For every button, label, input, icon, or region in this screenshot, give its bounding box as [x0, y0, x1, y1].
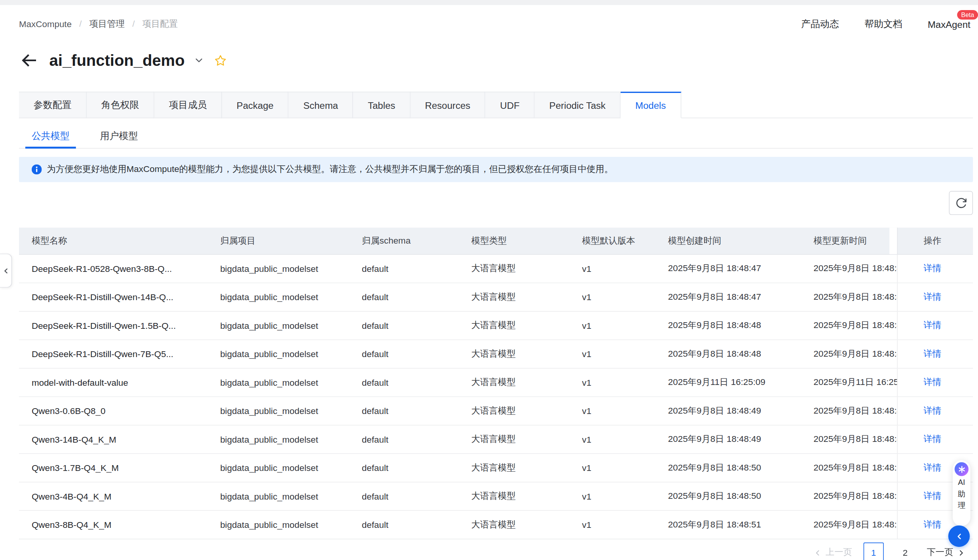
cell-schema: default	[362, 283, 471, 311]
cell-created-time: 2025年9月11日 16:25:09	[668, 369, 813, 397]
detail-link[interactable]: 详情	[924, 405, 942, 416]
cell-actions: 详情	[897, 283, 973, 311]
table-row: Qwen3-4B-Q4_K_M bigdata_public_modelset …	[19, 483, 973, 511]
column-header: 模型名称	[19, 228, 220, 254]
prev-page-button[interactable]: 上一页	[814, 547, 852, 558]
cell-updated-time: 2025年9月11日 16:25:09	[814, 369, 897, 397]
tab[interactable]: 参数配置	[19, 92, 87, 119]
cell-project: bigdata_public_modelset	[220, 511, 362, 539]
column-header-label: 模型名称	[32, 235, 67, 246]
cell-default-version: v1	[582, 454, 668, 482]
nav-product-updates[interactable]: 产品动态	[801, 18, 839, 30]
ai-assistant-button[interactable]: AI 助 理	[953, 460, 971, 526]
refresh-button[interactable]	[949, 191, 973, 215]
cell-default-version: v1	[582, 483, 668, 510]
column-header: 模型创建时间	[668, 228, 813, 254]
detail-link[interactable]: 详情	[924, 491, 942, 502]
tab[interactable]: Package	[222, 92, 289, 119]
next-page-button[interactable]: 下一页	[927, 547, 966, 558]
subtab-label: 公共模型	[32, 130, 70, 141]
column-header-label: 归属项目	[220, 235, 255, 246]
nav-help-docs[interactable]: 帮助文档	[864, 18, 902, 30]
column-header: 归属项目	[220, 228, 362, 254]
cell-updated-time: 2025年9月8日 18:48:48	[814, 312, 897, 340]
column-header: 操作	[897, 228, 973, 254]
cell-created-time: 2025年9月8日 18:48:47	[668, 255, 813, 283]
tab-label: Periodic Task	[549, 100, 606, 110]
breadcrumb-item[interactable]: 项目管理	[72, 18, 125, 29]
subtab[interactable]: 用户模型	[94, 125, 145, 148]
table-body: DeepSeek-R1-0528-Qwen3-8B-Q... bigdata_p…	[19, 255, 973, 539]
detail-link[interactable]: 详情	[924, 462, 942, 473]
cell-created-time: 2025年9月8日 18:48:51	[668, 511, 813, 539]
page-number-button[interactable]: 2	[895, 543, 915, 560]
table-header: 模型名称归属项目归属schema模型类型模型默认版本模型创建时间模型更新时间操作	[19, 228, 973, 255]
page-number-button[interactable]: 1	[863, 543, 883, 560]
ai-assistant-icon	[955, 462, 969, 476]
tab[interactable]: 角色权限	[87, 92, 155, 119]
tab[interactable]: Tables	[353, 92, 411, 119]
detail-link[interactable]: 详情	[924, 292, 942, 303]
cell-project: bigdata_public_modelset	[220, 255, 362, 283]
cell-model-type: 大语言模型	[471, 454, 582, 482]
chevron-down-icon[interactable]	[194, 55, 203, 65]
cell-updated-time: 2025年9月8日 18:48:50	[814, 454, 897, 482]
nav-max-agent[interactable]: MaxAgent Beta	[928, 19, 970, 30]
cell-model-type: 大语言模型	[471, 255, 582, 283]
tab-label: Models	[635, 100, 666, 111]
table-row: DeepSeek-R1-Distill-Qwen-14B-Q... bigdat…	[19, 283, 973, 311]
cell-default-version: v1	[582, 369, 668, 397]
cell-model-name: DeepSeek-R1-0528-Qwen3-8B-Q...	[19, 255, 220, 283]
cell-schema: default	[362, 312, 471, 340]
assistant-collapse-button[interactable]	[948, 526, 970, 547]
tab[interactable]: Resources	[410, 92, 486, 119]
cell-schema: default	[362, 454, 471, 482]
column-header-label: 模型更新时间	[814, 235, 867, 246]
table-row: model-with-default-value bigdata_public_…	[19, 369, 973, 397]
tab[interactable]: Models	[621, 92, 681, 119]
favorite-star-icon[interactable]	[214, 54, 226, 66]
pagination: 上一页 12 下一页	[814, 543, 966, 560]
cell-default-version: v1	[582, 312, 668, 340]
cell-created-time: 2025年9月8日 18:48:48	[668, 340, 813, 368]
detail-link[interactable]: 详情	[924, 263, 942, 274]
tab[interactable]: Periodic Task	[535, 92, 621, 119]
subtab-label: 用户模型	[100, 130, 138, 141]
back-button[interactable]	[19, 51, 38, 70]
cell-model-name: DeepSeek-R1-Distill-Qwen-7B-Q5...	[19, 340, 220, 368]
cell-created-time: 2025年9月8日 18:48:48	[668, 312, 813, 340]
detail-link[interactable]: 详情	[924, 349, 942, 360]
tab-label: UDF	[500, 100, 520, 110]
detail-link[interactable]: 详情	[924, 377, 942, 388]
cell-default-version: v1	[582, 397, 668, 425]
nav-max-agent-label: MaxAgent	[928, 19, 970, 30]
cell-project: bigdata_public_modelset	[220, 426, 362, 453]
column-header: 模型类型	[471, 228, 582, 254]
breadcrumb-item[interactable]: MaxCompute	[19, 19, 72, 29]
table-row: DeepSeek-R1-Distill-Qwen-1.5B-Q... bigda…	[19, 312, 973, 340]
detail-link[interactable]: 详情	[924, 320, 942, 331]
cell-default-version: v1	[582, 340, 668, 368]
tab[interactable]: UDF	[486, 92, 535, 119]
tab-label: 参数配置	[34, 99, 72, 111]
cell-schema: default	[362, 369, 471, 397]
column-header-label: 归属schema	[362, 235, 411, 246]
detail-link[interactable]: 详情	[924, 519, 942, 530]
column-header: 归属schema	[362, 228, 471, 254]
breadcrumb-item[interactable]: 项目配置	[125, 18, 178, 29]
breadcrumb: MaxCompute项目管理项目配置	[19, 18, 178, 29]
top-nav: 产品动态 帮助文档 MaxAgent Beta	[776, 18, 970, 30]
tab[interactable]: Schema	[289, 92, 353, 119]
cell-schema: default	[362, 340, 471, 368]
cell-project: bigdata_public_modelset	[220, 483, 362, 510]
tab[interactable]: 项目成员	[154, 92, 222, 119]
cell-project: bigdata_public_modelset	[220, 340, 362, 368]
tab-label: Resources	[425, 100, 470, 110]
ai-assistant-label: AI	[958, 478, 965, 488]
table-row: Qwen3-8B-Q4_K_M bigdata_public_modelset …	[19, 511, 973, 539]
subtab[interactable]: 公共模型	[25, 125, 76, 148]
sidebar-collapse-handle[interactable]	[0, 254, 12, 288]
detail-link[interactable]: 详情	[924, 434, 942, 445]
cell-model-name: Qwen3-8B-Q4_K_M	[19, 511, 220, 539]
page-title: ai_function_demo	[49, 49, 184, 71]
